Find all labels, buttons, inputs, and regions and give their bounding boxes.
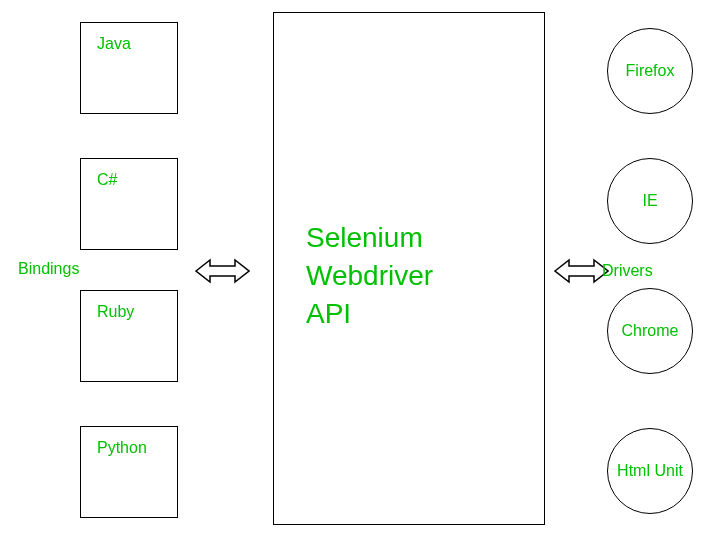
drivers-label: Drivers <box>602 262 653 280</box>
driver-label: IE <box>642 191 657 210</box>
binding-label: Ruby <box>97 303 134 320</box>
binding-label: C# <box>97 171 117 188</box>
driver-label: Chrome <box>622 321 679 340</box>
driver-circle-firefox: Firefox <box>607 28 693 114</box>
double-arrow-icon <box>554 256 609 286</box>
bindings-label: Bindings <box>18 260 79 278</box>
binding-box-python: Python <box>80 426 178 518</box>
driver-label: Html Unit <box>617 461 683 480</box>
driver-circle-chrome: Chrome <box>607 288 693 374</box>
binding-box-java: Java <box>80 22 178 114</box>
center-line-2: Webdriver <box>306 257 433 295</box>
double-arrow-icon <box>195 256 250 286</box>
binding-box-ruby: Ruby <box>80 290 178 382</box>
binding-box-csharp: C# <box>80 158 178 250</box>
center-api-box: Selenium Webdriver API <box>273 12 545 525</box>
driver-label: Firefox <box>626 61 675 80</box>
svg-marker-0 <box>196 260 249 282</box>
center-line-3: API <box>306 295 433 333</box>
center-line-1: Selenium <box>306 219 433 257</box>
svg-marker-1 <box>555 260 608 282</box>
driver-circle-ie: IE <box>607 158 693 244</box>
binding-label: Python <box>97 439 147 456</box>
driver-circle-htmlunit: Html Unit <box>607 428 693 514</box>
binding-label: Java <box>97 35 131 52</box>
diagram-stage: Bindings Java C# Ruby Python Selenium We… <box>0 0 720 540</box>
